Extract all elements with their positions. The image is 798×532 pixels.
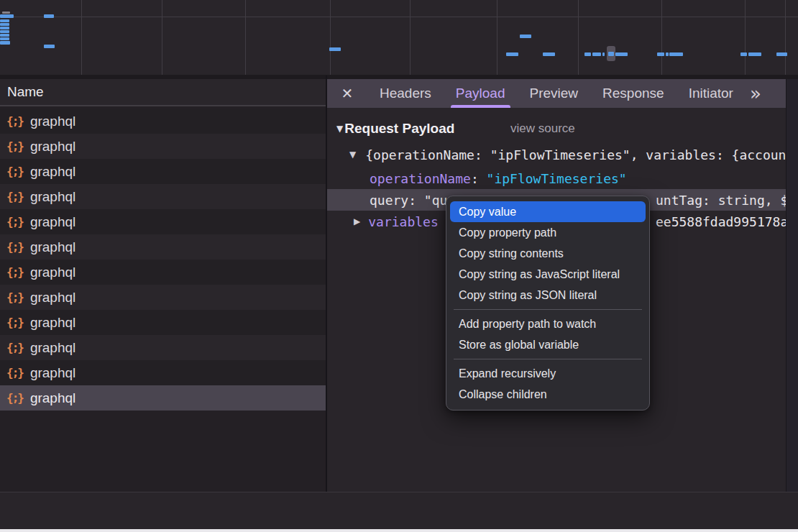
request-row[interactable]: {;}graphql	[0, 159, 326, 184]
request-name: graphql	[30, 290, 75, 306]
tab-initiator[interactable]: Initiator	[677, 79, 746, 108]
property-key: variables	[368, 214, 439, 229]
operation-name-row[interactable]: operationName: "ipFlowTimeseries"	[327, 168, 786, 189]
grid-line	[578, 0, 579, 75]
waterfall-bar	[0, 41, 10, 45]
collapse-caret-icon[interactable]: ▼	[336, 124, 343, 134]
waterfall-bar	[0, 37, 9, 40]
summary-footer	[0, 492, 798, 529]
payload-root-row[interactable]: ▼{operationName: "ipFlowTimeseries", var…	[327, 144, 786, 165]
property-value: "ipFlowTimeseries"	[487, 171, 627, 186]
waterfall-bar	[776, 52, 787, 56]
grid-line	[661, 0, 662, 75]
request-row[interactable]: {;}graphql	[0, 385, 326, 411]
json-icon: {;}	[6, 165, 23, 178]
json-icon: {;}	[6, 341, 23, 354]
request-name: graphql	[30, 189, 75, 205]
waterfall-bar	[584, 52, 591, 56]
tab-headers[interactable]: Headers	[367, 79, 444, 108]
json-icon: {;}	[6, 265, 23, 279]
request-row[interactable]: {;}graphql	[0, 360, 326, 385]
waterfall-bar	[0, 14, 14, 18]
menu-item-copy-string-as-json-literal[interactable]: Copy string as JSON literal	[450, 285, 646, 306]
waterfall-bar	[615, 52, 628, 56]
menu-item-collapse-children[interactable]: Collapse children	[450, 384, 646, 405]
request-name: graphql	[30, 340, 75, 356]
menu-item-copy-string-as-javascript-literal[interactable]: Copy string as JavaScript literal	[450, 264, 646, 285]
waterfall-bar	[669, 52, 683, 56]
waterfall-bar	[0, 30, 9, 33]
tab-payload[interactable]: Payload	[444, 79, 518, 108]
overview-baseline	[0, 17, 798, 17]
waterfall-bar	[748, 52, 761, 56]
json-icon: {;}	[6, 366, 23, 380]
collapsed-caret-icon[interactable]: ▶	[354, 216, 360, 226]
request-row[interactable]: {;}graphql	[0, 209, 326, 234]
json-icon: {;}	[6, 391, 23, 405]
query-fragment-left: query: "qu	[370, 193, 447, 208]
grid-line	[330, 0, 331, 75]
request-name: graphql	[30, 365, 75, 381]
request-row[interactable]: {;}graphql	[0, 234, 326, 260]
request-row[interactable]: {;}graphql	[0, 310, 326, 335]
menu-item-expand-recursively[interactable]: Expand recursively	[450, 363, 646, 384]
waterfall-bar	[592, 52, 601, 56]
grid-line	[162, 0, 162, 75]
variables-fragment-right: ee5588fdad995178a0	[656, 214, 786, 229]
request-payload-section[interactable]: ▼Request Payload	[336, 119, 454, 138]
expanded-caret-icon[interactable]: ▼	[349, 150, 356, 160]
menu-item-add-property-path-to-watch[interactable]: Add property path to watch	[450, 313, 646, 334]
request-row[interactable]: {;}graphql	[0, 285, 326, 310]
grid-line	[245, 0, 246, 75]
overflow-tabs-icon[interactable]: »	[750, 79, 761, 108]
waterfall-bar	[602, 52, 605, 56]
menu-item-copy-property-path[interactable]: Copy property path	[450, 222, 646, 243]
section-title: Request Payload	[344, 121, 454, 137]
grid-line	[81, 0, 82, 75]
name-column-header[interactable]: Name	[0, 79, 326, 106]
tab-strip: ✕ HeadersPayloadPreviewResponseInitiator…	[327, 79, 786, 108]
request-row[interactable]: {;}graphql	[0, 260, 326, 285]
waterfall-bar	[666, 52, 669, 56]
waterfall-bar	[0, 27, 9, 29]
request-row[interactable]: {;}graphql	[0, 335, 326, 360]
view-source-link[interactable]: view source	[510, 119, 575, 138]
waterfall-bar	[329, 47, 341, 51]
waterfall-bar	[740, 52, 747, 56]
request-name: graphql	[30, 239, 75, 255]
waterfall-bar	[506, 52, 518, 56]
tab-preview[interactable]: Preview	[518, 79, 591, 108]
waterfall-bar	[44, 45, 55, 48]
waterfall-bar	[44, 14, 54, 18]
menu-item-copy-string-contents[interactable]: Copy string contents	[450, 243, 646, 264]
colon: :	[471, 171, 487, 186]
request-row[interactable]: {;}graphql	[0, 109, 326, 134]
property-key: operationName	[370, 171, 471, 186]
request-name: graphql	[30, 164, 75, 180]
tab-response[interactable]: Response	[590, 79, 677, 108]
menu-item-copy-value[interactable]: Copy value	[450, 201, 646, 222]
payload-preview-text: {operationName: "ipFlowTimeseries", vari…	[365, 147, 786, 162]
window-bottom-edge	[0, 529, 798, 532]
json-icon: {;}	[6, 139, 23, 153]
grid-line	[785, 0, 786, 75]
waterfall-bar	[657, 52, 664, 56]
json-icon: {;}	[6, 114, 23, 128]
request-row[interactable]: {;}graphql	[0, 134, 326, 159]
network-overview[interactable]	[0, 0, 798, 75]
close-icon[interactable]: ✕	[327, 79, 367, 108]
request-name: graphql	[30, 114, 75, 129]
right-edge-gutter	[786, 79, 798, 492]
waterfall-bar	[608, 52, 614, 56]
waterfall-bar	[0, 23, 9, 26]
query-fragment-right: untTag: string, $f	[656, 193, 786, 208]
request-name: graphql	[30, 390, 75, 406]
request-name: graphql	[30, 214, 75, 230]
grid-line	[410, 0, 411, 75]
context-menu: Copy valueCopy property pathCopy string …	[446, 196, 650, 411]
request-row[interactable]: {;}graphql	[0, 184, 326, 209]
request-name: graphql	[30, 139, 75, 155]
request-name: graphql	[30, 265, 75, 280]
menu-item-store-as-global-variable[interactable]: Store as global variable	[450, 334, 646, 355]
grid-line	[745, 0, 746, 75]
